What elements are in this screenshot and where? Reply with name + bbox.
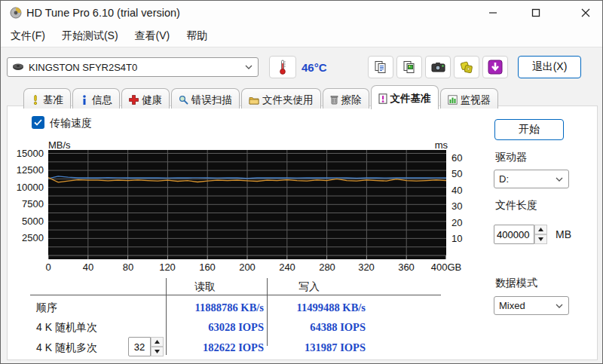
y-right-tick-label: 10: [451, 233, 474, 245]
queue-depth-spinner: [151, 337, 164, 356]
tab-benchmark[interactable]: 基准: [23, 88, 71, 109]
x-tick-label: 280: [319, 262, 335, 274]
file-length-unit: MB: [556, 228, 571, 240]
temperature-value: 46°C: [302, 61, 327, 74]
copy-text-button[interactable]: [368, 56, 393, 78]
spin-up-button[interactable]: [151, 337, 164, 347]
tab-info[interactable]: 信息: [72, 88, 120, 109]
tab-label: 监视器: [461, 93, 491, 107]
transfer-speed-label: 传输速度: [50, 117, 92, 130]
thermometer-icon: [279, 60, 286, 75]
close-button[interactable]: [568, 1, 603, 25]
x-tick-label: 200: [239, 262, 256, 274]
spin-down-button[interactable]: [151, 347, 164, 356]
download-button[interactable]: [482, 56, 508, 78]
4k-single-read-value: 63028 IOPS: [166, 320, 264, 334]
drive-selector[interactable]: KINGSTON SFYR2S4T0: [7, 57, 259, 77]
close-icon: [581, 8, 590, 17]
tab-monitor[interactable]: 监视器: [440, 88, 499, 109]
menu-file[interactable]: 文件(F): [2, 26, 54, 47]
chevron-down-icon: [245, 65, 253, 69]
monitor-icon: [448, 95, 458, 105]
4k-single-write-value: 64388 IOPS: [268, 320, 366, 334]
chevron-down-icon: [556, 304, 563, 308]
minimize-icon: [488, 8, 497, 17]
tab-error-scan[interactable]: 错误扫描: [171, 88, 240, 109]
file-length-spinner: [534, 225, 547, 244]
title-bar: HD Tune Pro 6.10 (trial version): [1, 1, 602, 25]
arrow-down-icon: [155, 350, 160, 353]
tab-label: 错误扫描: [191, 93, 232, 107]
spin-up-button[interactable]: [534, 225, 547, 234]
y-left-tick-label: 2500: [9, 232, 44, 244]
minimize-button[interactable]: [476, 1, 510, 25]
table-header-divider: [30, 295, 441, 295]
screenshot-button[interactable]: [425, 56, 451, 78]
transfer-speed-chart: [48, 150, 446, 259]
y-left-tick-label: 5000: [9, 216, 44, 228]
x-tick-label: 120: [159, 262, 176, 274]
file-length-label: 文件长度: [495, 199, 537, 213]
start-button[interactable]: 开始: [494, 119, 564, 140]
column-header-read: 读取: [166, 280, 244, 294]
exit-button-label: 退出(X): [532, 60, 568, 74]
temperature-button[interactable]: [269, 56, 296, 78]
tab-health[interactable]: 健康: [121, 88, 170, 109]
y-right-tick-label: 50: [451, 168, 474, 180]
window-title: HD Tune Pro 6.10 (trial version): [26, 7, 180, 19]
column-header-write: 写入: [270, 280, 348, 294]
x-tick-label: 320: [358, 262, 375, 274]
x-tick-label: 40: [83, 262, 93, 274]
menu-start-test[interactable]: 开始测试(S): [54, 26, 127, 47]
exit-button[interactable]: 退出(X): [518, 56, 581, 78]
file-benchmark-icon: [378, 93, 387, 104]
data-mode-dropdown[interactable]: Mixed: [494, 296, 569, 315]
y-axis-right-unit: ms: [425, 139, 448, 151]
maximize-button[interactable]: [519, 1, 553, 25]
copy-text-icon: [374, 60, 387, 74]
info-icon: [80, 95, 89, 105]
folder-usage-icon: [249, 96, 259, 105]
tab-folder-usage[interactable]: 文件夹使用: [241, 88, 321, 109]
y-right-tick-label: 40: [451, 185, 474, 197]
sequential-write-value: 11499488 KB/s: [268, 301, 366, 314]
save-results-button[interactable]: [454, 56, 479, 78]
start-button-label: 开始: [519, 123, 540, 136]
x-tick-label: 240: [279, 262, 295, 274]
spin-down-button[interactable]: [534, 234, 547, 244]
y-axis-left-unit: MB/s: [48, 139, 71, 151]
tab-file-benchmark[interactable]: 文件基准: [371, 85, 439, 109]
tab-strip: 基准 信息 健康 错误扫描 文件夹使用 擦除 文件基准 监视器: [23, 85, 498, 109]
maximize-icon: [531, 8, 540, 17]
file-length-input[interactable]: [494, 225, 534, 244]
drive-dropdown[interactable]: D:: [494, 170, 569, 188]
x-tick-label: 160: [199, 262, 216, 274]
check-icon: [34, 119, 42, 126]
data-mode-label: 数据模式: [495, 277, 537, 290]
x-tick-label: 80: [123, 262, 133, 274]
menu-view[interactable]: 查看(V): [127, 26, 179, 47]
arrow-up-icon: [155, 340, 160, 344]
sequential-read-value: 11888786 KB/s: [166, 301, 264, 314]
x-tick-label: 0: [45, 262, 51, 274]
queue-depth-input[interactable]: [128, 337, 151, 356]
y-right-tick-label: 30: [451, 200, 474, 213]
transfer-speed-checkbox[interactable]: [32, 116, 44, 129]
drive-selector-value: KINGSTON SFYR2S4T0: [24, 62, 240, 73]
tab-label: 文件基准: [390, 92, 431, 106]
menu-help[interactable]: 帮助: [178, 26, 216, 47]
copy-image-button[interactable]: [396, 56, 422, 78]
erase-icon: [330, 95, 338, 105]
tab-label: 擦除: [341, 93, 362, 107]
arrow-up-icon: [538, 228, 543, 231]
y-right-tick-label: 20: [451, 217, 474, 229]
health-icon: [129, 95, 139, 105]
save-results-icon: [460, 60, 473, 74]
tab-erase[interactable]: 擦除: [323, 88, 369, 109]
y-left-tick-label: 12500: [9, 164, 44, 176]
queue-depth-input-wrap: [128, 337, 151, 356]
app-logo-icon: [10, 7, 22, 19]
tab-label: 信息: [92, 93, 112, 107]
tab-label: 健康: [142, 93, 162, 107]
x-tick-label: 400GB: [431, 262, 461, 274]
